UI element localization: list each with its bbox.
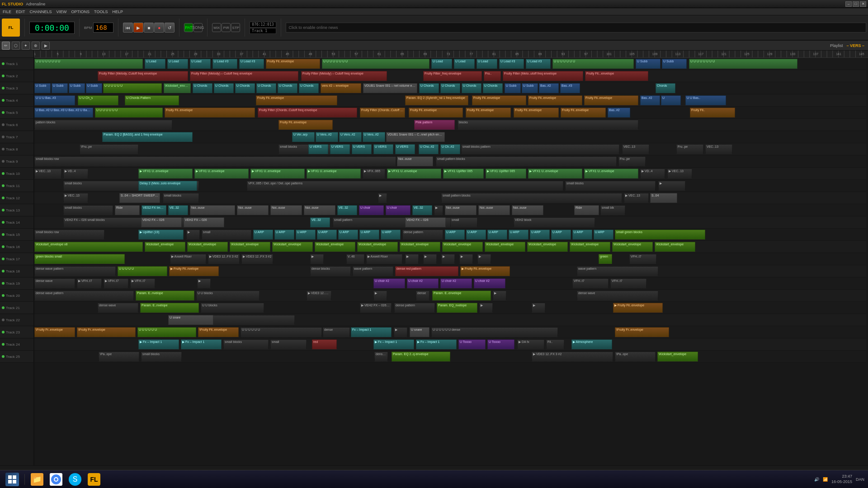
block[interactable]: dense pattern: [402, 230, 443, 239]
block[interactable]: VE..32: [412, 205, 432, 215]
stop-button[interactable]: ■: [144, 23, 154, 33]
block[interactable]: dense wave: [98, 303, 138, 313]
block[interactable]: dense small: [374, 352, 388, 361]
block[interactable]: U ARP: [509, 230, 528, 239]
block[interactable]: ▶ VEC..13: [63, 193, 88, 203]
block[interactable]: U: [661, 95, 681, 105]
block[interactable]: U Lead #3: [499, 59, 524, 69]
block[interactable]: small green blocks: [615, 230, 705, 239]
block[interactable]: Fruity Fil..envelope: [266, 59, 320, 69]
block[interactable]: U ARP: [572, 230, 592, 239]
block[interactable]: Noi..ouse: [190, 205, 235, 215]
block[interactable]: Fruity Filter (Melody) – Cutoff freq env…: [301, 71, 387, 81]
block[interactable]: Fruity Fil..envelope: [278, 120, 333, 130]
block[interactable]: U ARP: [253, 230, 273, 239]
block[interactable]: VE..32: [310, 217, 330, 227]
block[interactable]: V..46: [346, 254, 364, 264]
block[interactable]: U Subb: [52, 83, 68, 93]
block[interactable]: \Kickstart_envelope: [527, 242, 568, 252]
block[interactable]: Fru..pe: [676, 144, 703, 154]
block[interactable]: Fruity Fil..envelope: [514, 108, 559, 117]
block[interactable]: U snare: [410, 327, 429, 337]
block[interactable]: U Chords: [256, 83, 276, 93]
block[interactable]: U VERS: [373, 144, 393, 154]
block[interactable]: blocks: [458, 120, 638, 130]
block[interactable]: U U U U U U dense: [431, 327, 558, 337]
block[interactable]: ▶ VFX1 U..envelope: [528, 169, 582, 178]
block[interactable]: U Lead #3: [526, 59, 551, 69]
block[interactable]: U Lead #3: [212, 59, 237, 69]
block[interactable]: \Fru..pe: [80, 144, 138, 154]
block[interactable]: Noi..ouse: [445, 205, 476, 215]
block[interactable]: Ride: [574, 205, 599, 215]
block[interactable]: Fruity Fil..envelope: [466, 108, 511, 117]
block[interactable]: U snare: [168, 315, 213, 325]
block[interactable]: small blocks: [223, 339, 269, 349]
block[interactable]: U Lead: [167, 59, 188, 69]
block[interactable]: small blocks row: [34, 230, 104, 239]
block[interactable]: ▶ Atmosphere: [571, 339, 612, 349]
menu-file[interactable]: FILE: [1, 9, 13, 14]
block[interactable]: green blocks small: [34, 254, 125, 264]
play-button[interactable]: ▶: [133, 23, 143, 33]
explorer-button[interactable]: 📁: [28, 472, 46, 487]
block[interactable]: Noi..ouse: [237, 205, 269, 215]
block[interactable]: dense red pattern: [395, 266, 458, 276]
skype-button[interactable]: S: [66, 472, 84, 487]
block[interactable]: \Kickstart_envelope x8: [34, 242, 143, 252]
block[interactable]: U Chords: [483, 83, 503, 93]
block[interactable]: U U U U U U U U: [322, 59, 429, 69]
block[interactable]: ▶ VFH..t7: [130, 278, 155, 288]
block[interactable]: ▶: [394, 327, 407, 337]
block[interactable]: U Cho..#2: [419, 144, 439, 154]
block[interactable]: U ARP: [530, 230, 550, 239]
block[interactable]: VDUB1 Snare 001 – net volume envelope: [363, 83, 417, 93]
window-controls[interactable]: – □ ✕: [845, 1, 866, 7]
block[interactable]: U U blocks: [201, 303, 264, 313]
block[interactable]: U U U U U U U: [552, 59, 634, 69]
block[interactable]: Fru..pe: [618, 156, 646, 166]
block[interactable]: ▶ VFX1 U..envelope: [387, 169, 441, 178]
block[interactable]: U U blocks: [196, 291, 259, 300]
block[interactable]: ▶ Fx – Impact 1: [416, 339, 457, 349]
block[interactable]: \Fruity Fr..envelope: [77, 327, 136, 337]
block[interactable]: U Lead #3: [239, 59, 264, 69]
block[interactable]: ▶ VFX1 U..envelope: [307, 169, 361, 178]
block[interactable]: ▶ VFX1 U..envelope: [250, 169, 305, 178]
block[interactable]: U ARP: [381, 230, 401, 239]
block[interactable]: pattern blocks: [34, 120, 172, 130]
block[interactable]: Fruity Filter (Melody..Cutoff freq envel…: [98, 71, 188, 81]
block[interactable]: dense wave: [577, 291, 658, 300]
block[interactable]: U Vers..#2: [316, 132, 338, 142]
block[interactable]: U ARP: [274, 230, 294, 239]
block[interactable]: ▶ VDE3 12..FX 3 #2: [208, 254, 240, 264]
block[interactable]: ▶ Fruity Fil..envelope: [613, 303, 663, 313]
block[interactable]: \Kickstart_envelope: [357, 242, 398, 252]
block[interactable]: Param. EQ_nvelope: [437, 303, 477, 313]
block[interactable]: VE..32: [337, 205, 357, 215]
block[interactable]: Pink pattern: [414, 120, 455, 130]
block[interactable]: Fruity Filter (Melody) – Cutoff freq env…: [190, 71, 298, 81]
block[interactable]: small: [202, 230, 251, 239]
block[interactable]: ▶ VFX..065: [363, 169, 385, 178]
block[interactable]: Fruity Filter_freq envelope: [423, 71, 482, 81]
block[interactable]: \Kickstart_envelope: [315, 242, 355, 252]
block[interactable]: Param. E..envelope: [432, 291, 491, 300]
block[interactable]: Fruity Fil..envelope: [472, 95, 526, 105]
block[interactable]: ▶ VEH2 FX – 026 #2: [360, 303, 392, 313]
block[interactable]: U Chords: [299, 83, 319, 93]
block[interactable]: \Kickstart_envelope: [442, 242, 483, 252]
block[interactable]: U Chords: [193, 83, 212, 93]
block[interactable]: U Chords: [214, 83, 234, 93]
block[interactable]: ▶: [405, 254, 419, 264]
block[interactable]: small blocks: [565, 181, 656, 191]
block[interactable]: U Bas..#2 U Bas..#3 U Bas..#2 U Bas..#3: [34, 108, 93, 117]
block[interactable]: \Fruity Fr..envelope: [34, 327, 75, 337]
block[interactable]: \Kickstart_envelope: [164, 83, 191, 93]
block[interactable]: VE..32: [168, 205, 188, 215]
block[interactable]: ▶: [479, 303, 493, 313]
block[interactable]: U Subb: [505, 83, 521, 93]
block[interactable]: Bas..#3: [560, 83, 580, 93]
block[interactable]: Param. E..nvelope: [140, 303, 199, 313]
block[interactable]: VFH..t7: [572, 278, 609, 288]
